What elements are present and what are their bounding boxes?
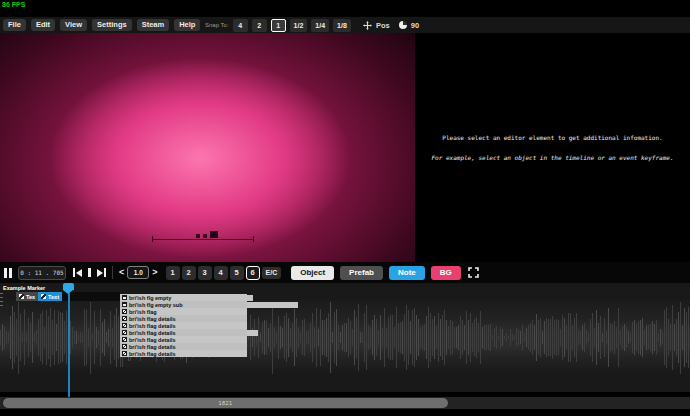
skip-start-button[interactable] <box>73 268 82 277</box>
waveform-bar <box>400 322 401 354</box>
waveform-bar <box>262 322 263 352</box>
waveform-bar <box>56 324 57 351</box>
waveform-bar <box>656 320 657 354</box>
mode-button-object[interactable]: Object <box>291 266 334 280</box>
waveform-bar <box>514 335 515 340</box>
layer-button-2[interactable]: 2 <box>182 266 196 280</box>
snap-option-2[interactable]: 2 <box>252 19 267 32</box>
waveform-bar <box>94 311 95 363</box>
layer-button-4[interactable]: 4 <box>214 266 228 280</box>
timeline-track-row[interactable]: bri'ish flag details <box>120 343 247 350</box>
waveform-bar <box>278 316 279 359</box>
waveform-bar <box>332 332 333 343</box>
timeline-track-row[interactable]: bri'ish flag details <box>120 322 247 329</box>
speed-down-button[interactable]: < <box>119 268 124 277</box>
rotation-icon[interactable] <box>399 21 407 29</box>
waveform-bar <box>438 313 439 362</box>
timeline-object-bar[interactable] <box>247 295 253 301</box>
scene-viewport[interactable] <box>0 33 415 262</box>
move-icon[interactable] <box>363 21 372 30</box>
timeline-object-bar[interactable] <box>247 330 258 336</box>
mode-button-note[interactable]: Note <box>389 266 425 280</box>
waveform-bar <box>670 324 671 351</box>
mode-button-bg[interactable]: BG <box>431 266 461 280</box>
waveform-bar <box>650 324 651 350</box>
rotation-value[interactable]: 90 <box>411 21 419 30</box>
snap-option-1[interactable]: 1 <box>271 19 286 32</box>
playhead-marker[interactable] <box>63 283 74 290</box>
edge-tick <box>0 297 3 298</box>
waveform-bar <box>4 326 5 349</box>
layer-button-5[interactable]: 5 <box>230 266 244 280</box>
menu-item-steam[interactable]: Steam <box>137 19 170 31</box>
timeline-track-row[interactable]: bri'ish flg empty <box>120 294 247 301</box>
timeline-panel[interactable]: Example Marker TexText bri'ish flg empty… <box>0 283 690 392</box>
menu-item-help[interactable]: Help <box>174 19 200 31</box>
waveform-bar <box>474 319 475 356</box>
waveform-bar <box>634 320 635 356</box>
waveform-bar <box>560 329 561 346</box>
pos-toggle-label[interactable]: Pos <box>376 21 390 30</box>
skip-end-button[interactable] <box>97 268 106 277</box>
ec-button[interactable]: E/C <box>262 267 282 279</box>
menu-item-settings[interactable]: Settings <box>92 19 132 31</box>
waveform-bar <box>70 321 71 355</box>
speed-value[interactable]: 1.0 <box>127 266 149 279</box>
menu-bar: FileEditViewSettingsSteamHelp Snap To: 4… <box>0 17 690 33</box>
track-row-label: bri'ish flag <box>129 309 157 315</box>
waveform-bar <box>640 320 641 355</box>
stop-button[interactable] <box>88 268 91 277</box>
snap-option-1-8[interactable]: 1/8 <box>333 19 351 32</box>
waveform-bar <box>296 318 297 357</box>
timeline-track-row[interactable]: bri'ish flag details <box>120 336 247 343</box>
menu-item-edit[interactable]: Edit <box>31 19 55 31</box>
snap-option-1-2[interactable]: 1/2 <box>290 19 308 32</box>
waveform-bar <box>302 320 303 355</box>
waveform-bar <box>38 319 39 356</box>
scrollbar-thumb[interactable]: 1821 <box>3 398 448 408</box>
waveform-bar <box>266 321 267 353</box>
waveform-bar <box>610 323 611 353</box>
fullscreen-icon[interactable] <box>468 267 479 278</box>
timeline-track-row[interactable]: bri'ish flag details <box>120 329 247 336</box>
waveform-bar <box>590 319 591 355</box>
waveform-bar <box>78 334 79 341</box>
menu-item-file[interactable]: File <box>3 19 26 31</box>
menu-item-view[interactable]: View <box>60 19 87 31</box>
waveform-bar <box>104 319 105 356</box>
marker-chip[interactable]: Tex <box>16 292 38 301</box>
waveform-bar <box>494 328 495 346</box>
timeline-scrollbar[interactable]: 1821 <box>0 397 690 409</box>
waveform-bar <box>600 316 601 358</box>
waveform-bar <box>340 332 341 343</box>
layer-button-6[interactable]: 6 <box>246 266 260 280</box>
marker-chip[interactable]: Text <box>38 292 62 301</box>
waveform-bar <box>390 315 391 360</box>
pause-button[interactable] <box>4 268 12 278</box>
waveform-bar <box>314 327 315 348</box>
layer-button-3[interactable]: 3 <box>198 266 212 280</box>
speed-up-button[interactable]: > <box>152 268 157 277</box>
mode-button-prefab[interactable]: Prefab <box>340 266 383 280</box>
timeline-track-row[interactable]: bri'ish flg empty sub <box>120 301 247 308</box>
snap-option-4[interactable]: 4 <box>233 19 248 32</box>
waveform-bar <box>620 330 621 345</box>
layer-button-1[interactable]: 1 <box>166 266 180 280</box>
waveform-bar <box>310 323 311 352</box>
timeline-track-row[interactable]: bri'ish flag details <box>120 315 247 322</box>
waveform-bar <box>568 313 569 361</box>
waveform-bar <box>570 313 571 363</box>
audio-waveform[interactable] <box>0 300 690 375</box>
timeline-object-bar[interactable] <box>247 302 298 308</box>
waveform-bar <box>84 309 85 366</box>
timeline-track-row[interactable]: bri'ish flag details <box>120 350 247 357</box>
timeline-track-row[interactable]: bri'ish flag <box>120 308 247 315</box>
waveform-bar <box>502 329 503 346</box>
snap-option-1-4[interactable]: 1/4 <box>311 19 329 32</box>
waveform-bar <box>382 328 383 348</box>
waveform-bar <box>556 319 557 355</box>
waveform-bar <box>250 315 251 360</box>
track-row-label: bri'ish flag details <box>129 351 176 357</box>
waveform-bar <box>64 321 65 353</box>
waveform-bar <box>402 321 403 354</box>
